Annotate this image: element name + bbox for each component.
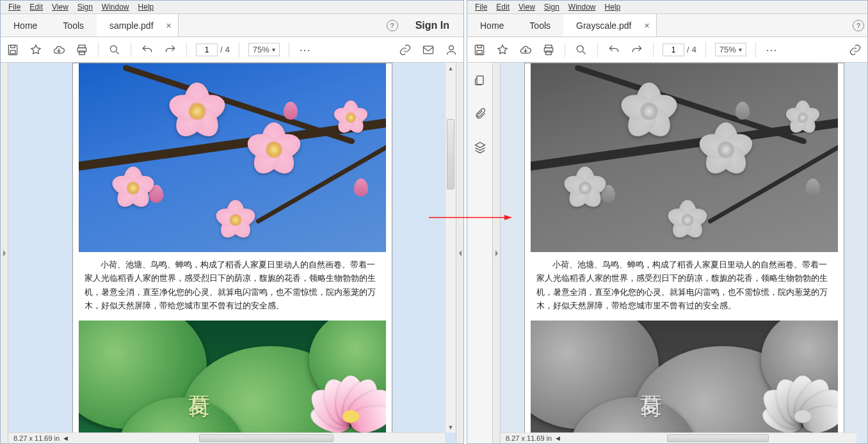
tab-document[interactable]: sample.pdf × bbox=[97, 14, 179, 36]
redo-icon[interactable] bbox=[630, 43, 644, 57]
search-icon[interactable] bbox=[108, 43, 122, 57]
doc-title: sample.pdf bbox=[109, 20, 153, 31]
help-button[interactable]: ? bbox=[383, 14, 401, 36]
status-bar: 8.27 x 11.69 in ◀ bbox=[8, 432, 445, 443]
menu-file[interactable]: File bbox=[471, 1, 491, 13]
menu-view[interactable]: View bbox=[48, 1, 72, 13]
layers-icon[interactable] bbox=[474, 141, 486, 156]
tab-tools[interactable]: Tools bbox=[517, 14, 563, 36]
undo-icon[interactable] bbox=[607, 43, 621, 57]
page-dimensions: 8.27 x 11.69 in bbox=[506, 434, 552, 442]
hscroll-thumb[interactable] bbox=[199, 434, 334, 442]
chevron-down-icon: ▾ bbox=[739, 46, 742, 53]
person-icon[interactable] bbox=[444, 43, 458, 57]
attachments-icon[interactable] bbox=[474, 107, 486, 123]
page-input[interactable] bbox=[196, 44, 218, 56]
close-icon[interactable]: × bbox=[166, 20, 172, 31]
page-input[interactable] bbox=[663, 44, 684, 56]
menu-window[interactable]: Window bbox=[565, 1, 600, 13]
tab-home[interactable]: Home bbox=[1, 14, 50, 36]
body-text: 小荷、池塘、鸟鸣、蝉鸣，构成了稻香人家夏日里动人的自然画卷。带着一家人光临稻香人… bbox=[73, 252, 392, 315]
svg-point-15 bbox=[577, 45, 583, 52]
svg-rect-3 bbox=[79, 45, 85, 47]
redo-icon[interactable] bbox=[163, 43, 177, 57]
tab-home[interactable]: Home bbox=[467, 14, 517, 36]
zoom-select[interactable]: 75% ▾ bbox=[248, 43, 280, 56]
svg-rect-14 bbox=[546, 51, 551, 54]
tab-document[interactable]: Grayscale.pdf × bbox=[563, 14, 657, 36]
hscroll-thumb[interactable] bbox=[667, 434, 769, 442]
tabstrip: Home Tools sample.pdf × ? Sign In bbox=[1, 14, 463, 37]
menu-sign[interactable]: Sign bbox=[540, 1, 563, 13]
print-icon[interactable] bbox=[75, 43, 89, 57]
menubar: File Edit View Sign Window Help bbox=[467, 1, 867, 14]
menu-help[interactable]: Help bbox=[134, 1, 158, 13]
chevron-left-icon[interactable]: ◀ bbox=[556, 435, 560, 441]
svg-rect-10 bbox=[478, 45, 482, 47]
svg-rect-11 bbox=[477, 50, 482, 53]
menu-edit[interactable]: Edit bbox=[492, 1, 513, 13]
right-rail-toggle[interactable] bbox=[456, 63, 463, 443]
search-icon[interactable] bbox=[574, 43, 588, 57]
svg-point-6 bbox=[110, 45, 117, 52]
svg-rect-5 bbox=[79, 51, 84, 54]
image-lotus: 夏荷 bbox=[531, 321, 838, 443]
menu-edit[interactable]: Edit bbox=[26, 1, 47, 13]
toolbar: / 4 75% ▾ ⋯ bbox=[467, 37, 867, 63]
svg-rect-16 bbox=[477, 76, 483, 84]
page-sep: / bbox=[220, 45, 223, 54]
menubar: File Edit View Sign Window Help bbox=[1, 1, 463, 14]
star-icon[interactable] bbox=[495, 43, 510, 57]
zoom-value: 75% bbox=[253, 45, 269, 54]
vscrollbar[interactable]: ▲▼ bbox=[445, 63, 456, 432]
menu-sign[interactable]: Sign bbox=[74, 1, 97, 13]
page: 小荷、池塘、鸟鸣、蝉鸣，构成了稻香人家夏日里动人的自然画卷。带着一家人光临稻香人… bbox=[72, 63, 392, 443]
menu-view[interactable]: View bbox=[515, 1, 539, 13]
svg-rect-7 bbox=[424, 46, 433, 54]
image-cherry-blossom bbox=[79, 63, 386, 252]
image-lotus: 夏荷 bbox=[79, 321, 386, 443]
undo-icon[interactable] bbox=[140, 43, 154, 57]
sign-in-button[interactable]: Sign In bbox=[401, 14, 463, 36]
svg-rect-12 bbox=[545, 45, 552, 47]
menu-window[interactable]: Window bbox=[98, 1, 133, 13]
left-rail-toggle[interactable] bbox=[1, 63, 8, 443]
link-icon[interactable] bbox=[398, 43, 412, 57]
save-icon[interactable] bbox=[472, 43, 486, 57]
document-area[interactable]: 小荷、池塘、鸟鸣、蝉鸣，构成了稻香人家夏日里动人的自然画卷。带着一家人光临稻香人… bbox=[8, 63, 456, 443]
toolbar: / 4 75% ▾ ⋯ bbox=[1, 37, 463, 63]
document-area[interactable]: 小荷、池塘、鸟鸣、蝉鸣，构成了稻香人家夏日里动人的自然画卷。带着一家人光临稻香人… bbox=[501, 63, 867, 443]
save-icon[interactable] bbox=[6, 43, 20, 57]
help-button[interactable]: ? bbox=[849, 14, 867, 36]
page-sep: / bbox=[687, 45, 689, 54]
close-icon[interactable]: × bbox=[644, 20, 649, 31]
menu-help[interactable]: Help bbox=[601, 1, 625, 13]
zoom-select[interactable]: 75% ▾ bbox=[715, 43, 746, 56]
window-left: File Edit View Sign Window Help Home Too… bbox=[0, 0, 464, 444]
page-total: 4 bbox=[225, 45, 230, 54]
star-icon[interactable] bbox=[29, 43, 43, 57]
cloud-icon[interactable] bbox=[518, 43, 533, 57]
left-rail-toggle[interactable] bbox=[493, 63, 501, 443]
status-bar: 8.27 x 11.69 in ◀ bbox=[501, 432, 856, 443]
chevron-down-icon: ▾ bbox=[272, 46, 275, 53]
tabstrip: Home Tools Grayscale.pdf × ? bbox=[467, 14, 867, 37]
more-icon[interactable]: ⋯ bbox=[765, 43, 779, 57]
window-right: File Edit View Sign Window Help Home Too… bbox=[467, 0, 868, 444]
print-icon[interactable] bbox=[542, 43, 556, 57]
chevron-left-icon[interactable]: ◀ bbox=[63, 435, 68, 441]
doc-title: Grayscale.pdf bbox=[576, 20, 631, 31]
thumbnails-icon[interactable] bbox=[474, 74, 486, 90]
tab-tools[interactable]: Tools bbox=[50, 14, 97, 36]
link-icon[interactable] bbox=[848, 43, 862, 57]
more-icon[interactable]: ⋯ bbox=[298, 43, 312, 57]
svg-rect-1 bbox=[11, 45, 15, 47]
mail-icon[interactable] bbox=[421, 43, 435, 57]
svg-point-8 bbox=[449, 45, 454, 50]
cloud-icon[interactable] bbox=[52, 43, 66, 57]
page: 小荷、池塘、鸟鸣、蝉鸣，构成了稻香人家夏日里动人的自然画卷。带着一家人光临稻香人… bbox=[524, 63, 844, 443]
menu-file[interactable]: File bbox=[4, 1, 24, 13]
page-total: 4 bbox=[692, 45, 696, 54]
nav-rail bbox=[467, 63, 493, 443]
image-cherry-blossom bbox=[531, 63, 838, 252]
